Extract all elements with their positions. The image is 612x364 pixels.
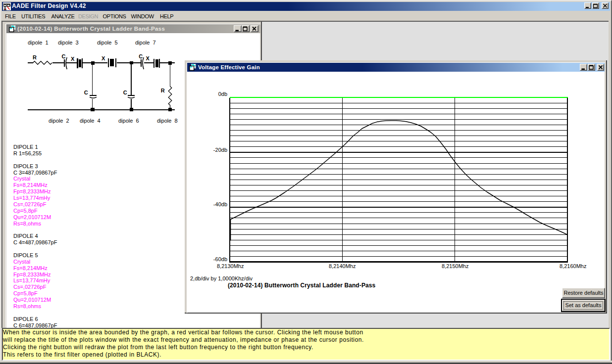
svg-text:C: C <box>84 90 88 95</box>
svg-text:dipole 5: dipole 5 <box>97 40 118 46</box>
svg-text:dipole 4: dipole 4 <box>80 118 101 124</box>
svg-text:dipole 8: dipole 8 <box>157 118 178 124</box>
svg-text:X: X <box>102 55 105 61</box>
svg-text:C: C <box>62 53 66 59</box>
svg-text:C: C <box>123 90 127 95</box>
svg-text:X: X <box>71 56 75 62</box>
svg-text:R: R <box>33 54 37 60</box>
svg-text:dipole 3: dipole 3 <box>58 40 79 46</box>
svg-text:C: C <box>139 53 143 59</box>
svg-text:dipole 1: dipole 1 <box>28 40 49 46</box>
svg-text:X: X <box>146 55 150 61</box>
svg-text:R: R <box>161 88 165 93</box>
svg-text:dipole 7: dipole 7 <box>135 40 156 46</box>
svg-text:dipole 2: dipole 2 <box>49 118 69 124</box>
svg-text:dipole 6: dipole 6 <box>118 118 139 124</box>
